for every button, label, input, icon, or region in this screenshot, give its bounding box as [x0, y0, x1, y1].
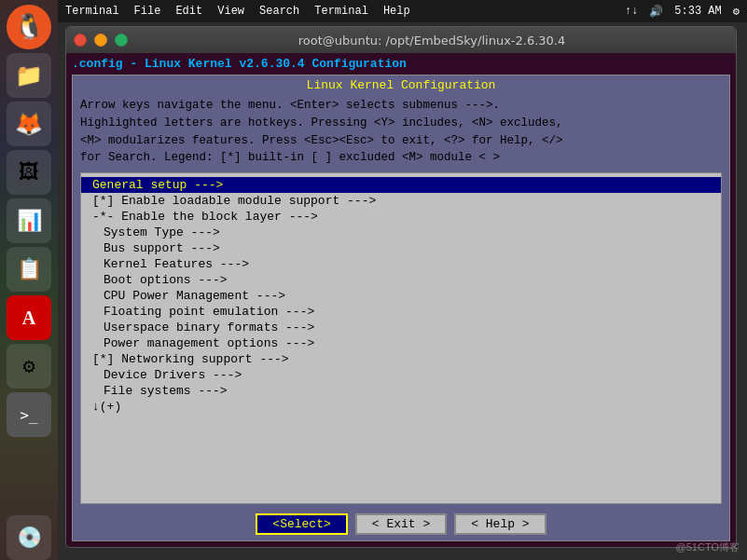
menubar-left: Terminal File Edit View Search Terminal …	[65, 5, 410, 18]
menu-file[interactable]: File	[134, 5, 161, 18]
menu-item[interactable]: Userspace binary formats --->	[81, 320, 721, 335]
terminal-icon[interactable]: >_	[7, 392, 51, 437]
volume-icon[interactable]: 🔊	[649, 5, 663, 19]
minimize-button[interactable]	[94, 34, 107, 47]
kconfig-area: Linux Kernel Configuration Arrow keys na…	[72, 75, 730, 541]
menu-item[interactable]: Floating point emulation --->	[81, 304, 721, 320]
terminal-window: root@ubuntu: /opt/EmbedSky/linux-2.6.30.…	[65, 26, 737, 548]
menu-item[interactable]: Bus support --->	[81, 240, 721, 256]
config-header: .config - Linux Kernel v2.6.30.4 Configu…	[72, 57, 730, 71]
kconfig-help: Arrow keys navigate the menu. <Enter> se…	[73, 95, 729, 169]
presentation-icon[interactable]: 📋	[7, 247, 51, 292]
kconfig-btn-1[interactable]: < Exit >	[355, 513, 447, 535]
menu-view[interactable]: View	[217, 5, 244, 18]
image-icon[interactable]: 🖼	[7, 150, 51, 195]
kconfig-btn-0[interactable]: <Select>	[256, 513, 347, 535]
maximize-button[interactable]	[115, 34, 128, 47]
menu-item[interactable]: CPU Power Management --->	[81, 288, 721, 304]
window-title: root@ubuntu: /opt/EmbedSky/linux-2.6.30.…	[135, 34, 728, 48]
font-icon[interactable]: A	[7, 295, 51, 340]
system-settings-icon[interactable]: ⚙	[733, 5, 740, 19]
clock: 5:33 AM	[674, 5, 721, 18]
kconfig-menu[interactable]: General setup --->[*] Enable loadable mo…	[80, 172, 722, 504]
help-line3: <M> modularizes features. Press <Esc><Es…	[80, 132, 722, 150]
settings-icon[interactable]: ⚙	[7, 344, 51, 389]
kconfig-footer: <Select>< Exit >< Help >	[73, 508, 729, 540]
help-line2: Highlighted letters are hotkeys. Pressin…	[80, 115, 722, 132]
keyboard-icon: ↑↓	[625, 5, 638, 18]
help-line4: for Search. Legend: [*] built-in [ ] exc…	[80, 149, 722, 167]
menu-terminal2[interactable]: Terminal	[314, 5, 368, 18]
files-icon[interactable]: 📁	[7, 53, 51, 98]
firefox-icon[interactable]: 🦊	[7, 102, 51, 146]
sidebar: 🐧 📁 🦊 🖼 📊 📋 A ⚙ >_ 💿	[0, 0, 58, 560]
menu-item[interactable]: System Type --->	[81, 225, 721, 240]
menubar-right: ↑↓ 🔊 5:33 AM ⚙	[625, 5, 740, 19]
menubar: Terminal File Edit View Search Terminal …	[58, 0, 747, 22]
calc-icon[interactable]: 📊	[7, 198, 51, 243]
menu-item[interactable]: [*] Enable loadable module support --->	[81, 193, 721, 209]
menu-item[interactable]: Boot options --->	[81, 272, 721, 288]
menu-item[interactable]: Device Drivers --->	[81, 367, 721, 383]
menu-terminal[interactable]: Terminal	[65, 5, 119, 18]
menu-item[interactable]: Power management options --->	[81, 335, 721, 351]
close-button[interactable]	[74, 34, 87, 47]
menu-item[interactable]: File systems --->	[81, 383, 721, 399]
ubuntu-icon[interactable]: 🐧	[7, 5, 51, 49]
help-line1: Arrow keys navigate the menu. <Enter> se…	[80, 97, 722, 115]
menu-edit[interactable]: Edit	[175, 5, 202, 18]
menu-help[interactable]: Help	[383, 5, 410, 18]
menu-item[interactable]: Kernel Features --->	[81, 256, 721, 272]
dvd-icon[interactable]: 💿	[7, 515, 51, 560]
titlebar: root@ubuntu: /opt/EmbedSky/linux-2.6.30.…	[66, 27, 736, 53]
menu-item[interactable]: [*] Networking support --->	[81, 351, 721, 367]
menu-item[interactable]: ↓(+)	[81, 399, 721, 415]
kconfig-title: Linux Kernel Configuration	[73, 75, 729, 95]
watermark: @51CTO博客	[676, 540, 740, 554]
kconfig-btn-2[interactable]: < Help >	[454, 513, 546, 535]
menu-item[interactable]: -*- Enable the block layer --->	[81, 209, 721, 225]
terminal-content: .config - Linux Kernel v2.6.30.4 Configu…	[66, 53, 736, 547]
menu-search[interactable]: Search	[259, 5, 299, 18]
menu-item[interactable]: General setup --->	[81, 177, 721, 193]
